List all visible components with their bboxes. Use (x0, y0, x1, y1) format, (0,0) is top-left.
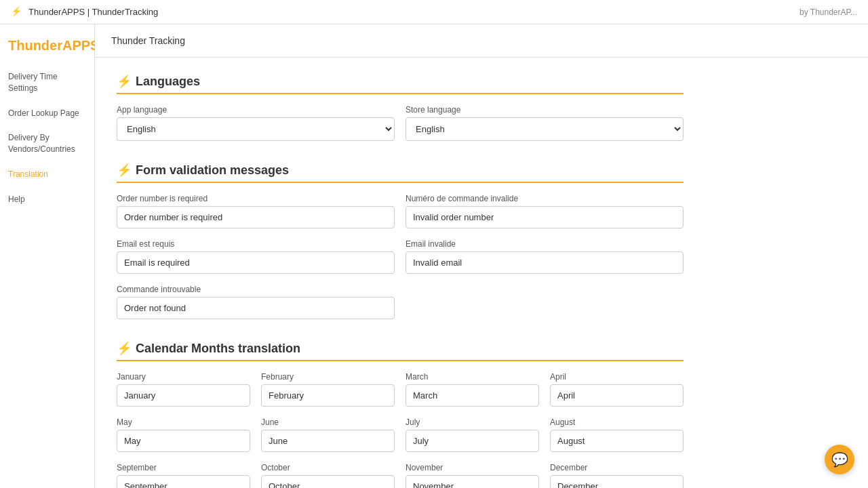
invalid-order-number-group: Numéro de commande invalide (406, 194, 684, 228)
app-language-select[interactable]: English French Spanish German (117, 117, 395, 141)
month-label-july: July (406, 418, 539, 427)
order-not-found-input[interactable] (117, 297, 395, 319)
form-validation-section: ⚡ Form validation messages Order number … (117, 163, 684, 319)
email-required-group: Email est requis (117, 239, 395, 274)
lightning-icon-2: ⚡ (117, 163, 132, 178)
month-item-september: September (117, 463, 250, 488)
month-label-june: June (261, 418, 395, 427)
content-area: ⚡ Languages App language English French … (95, 58, 705, 488)
month-input-may[interactable] (117, 430, 250, 452)
lightning-icon: ⚡ (117, 74, 132, 89)
top-bar-title: ThunderAPPS | ThunderTracking (28, 7, 158, 17)
top-bar-by: by ThunderAP... (800, 7, 857, 17)
email-required-label: Email est requis (117, 239, 395, 249)
month-input-july[interactable] (406, 430, 539, 452)
languages-section: ⚡ Languages App language English French … (117, 74, 684, 141)
sidebar-item-order-lookup[interactable]: Order Lookup Page (0, 101, 94, 126)
month-label-september: September (117, 463, 250, 472)
validation-row-1: Order number is required Numéro de comma… (117, 194, 684, 228)
form-validation-title: ⚡ Form validation messages (117, 163, 684, 183)
invalid-email-group: Email invalide (406, 239, 684, 274)
sidebar-item-help[interactable]: Help (0, 187, 94, 212)
store-language-select[interactable]: English French Spanish German (406, 117, 684, 141)
top-bar: ⚡ ThunderAPPS | ThunderTracking by Thund… (0, 0, 868, 24)
chat-button[interactable]: 💬 (825, 445, 854, 474)
month-input-march[interactable] (406, 384, 539, 407)
order-not-found-group: Commande introuvable (117, 285, 395, 319)
sidebar-item-delivery-time[interactable]: Delivery Time Settings (0, 64, 94, 101)
month-input-january[interactable] (117, 384, 250, 407)
logo-thunder: Thunder (8, 38, 62, 53)
month-label-february: February (261, 372, 395, 382)
month-item-june: June (261, 418, 395, 452)
month-label-april: April (550, 372, 684, 382)
month-label-august: August (550, 418, 684, 427)
app-language-group: App language English French Spanish Germ… (117, 105, 395, 141)
month-item-february: February (261, 372, 395, 407)
languages-form-row: App language English French Spanish Germ… (117, 105, 684, 141)
month-label-november: November (406, 463, 539, 472)
store-language-group: Store language English French Spanish Ge… (406, 105, 684, 141)
logo-apps: APPS (62, 38, 99, 53)
main-content: Thunder Tracking ⚡ Languages App languag… (95, 24, 868, 488)
order-number-required-input[interactable] (117, 206, 395, 228)
month-label-january: January (117, 372, 250, 382)
invalid-order-number-label: Numéro de commande invalide (406, 194, 684, 203)
month-input-june[interactable] (261, 430, 395, 452)
app-language-label: App language (117, 105, 395, 115)
email-required-input[interactable] (117, 251, 395, 274)
calendar-section-title: ⚡ Calendar Months translation (117, 341, 684, 361)
month-input-september[interactable] (117, 475, 250, 488)
month-input-october[interactable] (261, 475, 395, 488)
store-language-label: Store language (406, 105, 684, 115)
thunderapps-icon: ⚡ (11, 6, 23, 18)
order-number-required-label: Order number is required (117, 194, 395, 203)
month-item-november: November (406, 463, 539, 488)
month-label-march: March (406, 372, 539, 382)
layout: ThunderAPPS Delivery Time Settings Order… (0, 24, 868, 488)
month-item-august: August (550, 418, 684, 452)
month-grid: JanuaryFebruaryMarchAprilMayJuneJulyAugu… (117, 372, 684, 488)
month-input-february[interactable] (261, 384, 395, 407)
sidebar-logo-text: ThunderAPPS (8, 38, 99, 53)
month-input-december[interactable] (550, 475, 684, 488)
invalid-order-number-input[interactable] (406, 206, 684, 228)
month-item-october: October (261, 463, 395, 488)
month-item-april: April (550, 372, 684, 407)
month-item-may: May (117, 418, 250, 452)
order-number-required-group: Order number is required (117, 194, 395, 228)
languages-section-title: ⚡ Languages (117, 74, 684, 94)
page-title: Thunder Tracking (111, 35, 185, 46)
month-label-may: May (117, 418, 250, 427)
chat-icon: 💬 (831, 451, 848, 468)
order-not-found-label: Commande introuvable (117, 285, 395, 294)
sidebar: ThunderAPPS Delivery Time Settings Order… (0, 24, 95, 488)
top-bar-left: ⚡ ThunderAPPS | ThunderTracking (11, 6, 158, 18)
month-label-december: December (550, 463, 684, 472)
month-input-november[interactable] (406, 475, 539, 488)
sidebar-logo: ThunderAPPS (0, 35, 94, 64)
month-input-april[interactable] (550, 384, 684, 407)
page-header: Thunder Tracking (95, 24, 868, 58)
calendar-section: ⚡ Calendar Months translation JanuaryFeb… (117, 341, 684, 488)
invalid-email-label: Email invalide (406, 239, 684, 249)
lightning-icon-3: ⚡ (117, 341, 132, 356)
validation-row-2: Email est requis Email invalide (117, 239, 684, 274)
month-input-august[interactable] (550, 430, 684, 452)
month-label-october: October (261, 463, 395, 472)
sidebar-item-delivery-vendors[interactable]: Delivery By Vendors/Countries (0, 125, 94, 162)
sidebar-item-translation[interactable]: Translation (0, 162, 94, 187)
month-item-july: July (406, 418, 539, 452)
validation-row-3: Commande introuvable (117, 285, 684, 319)
month-item-december: December (550, 463, 684, 488)
month-item-march: March (406, 372, 539, 407)
invalid-email-input[interactable] (406, 251, 684, 274)
month-item-january: January (117, 372, 250, 407)
